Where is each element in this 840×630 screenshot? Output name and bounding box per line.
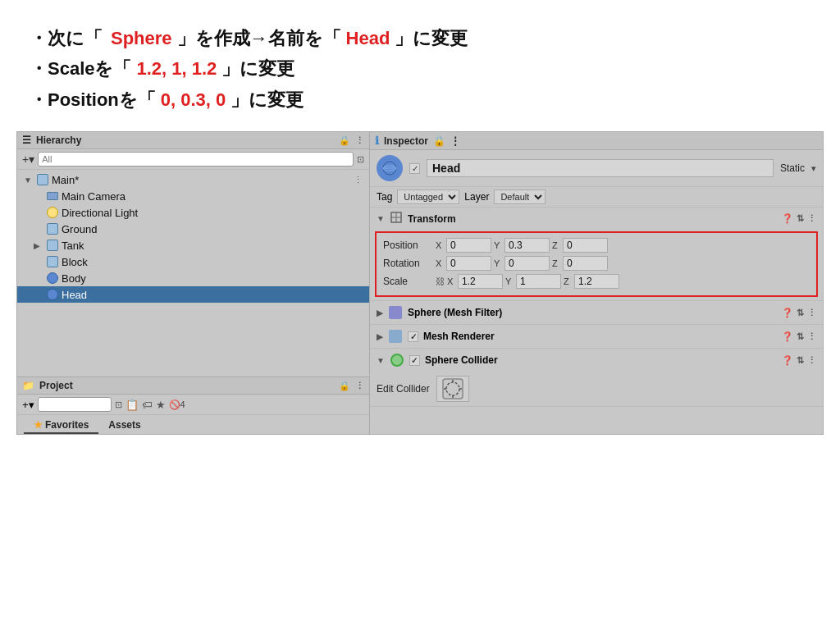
project-filter-count: 🚫4 [169, 399, 185, 410]
scale-z-input[interactable] [574, 274, 619, 289]
layer-label: Layer [464, 191, 489, 203]
collider-content: Edit Collider [370, 372, 823, 406]
sphere-collider-header[interactable]: ▼ ✓ Sphere Collider ❓ ⇅ ⋮ [370, 349, 823, 372]
rotation-x-input[interactable] [446, 256, 491, 271]
mesh-filter-arrow-icon: ▶ [377, 308, 383, 317]
hierarchy-icon-ground [46, 222, 59, 235]
mesh-filter-icon [388, 305, 403, 320]
hierarchy-icon-body [46, 272, 59, 285]
mesh-renderer-menu-icon[interactable]: ⋮ [807, 331, 816, 342]
sphere-collider-checkbox[interactable]: ✓ [409, 355, 420, 366]
hierarchy-label-light: Directional Light [62, 207, 363, 219]
transform-help-icon[interactable]: ❓ ⇅ ⋮ [782, 213, 816, 224]
instruction-line-3: ・Positionを「0, 0.3, 0」に変更 [30, 84, 810, 115]
hierarchy-item-head[interactable]: Head [17, 286, 369, 303]
sphere-collider-settings-icon[interactable]: ⇅ [797, 355, 804, 366]
hierarchy-add-button[interactable]: +▾ [22, 153, 34, 166]
tag-select[interactable]: Untagged [397, 189, 459, 204]
mesh-filter-settings-icon[interactable]: ⇅ [797, 308, 804, 318]
edit-collider-button[interactable] [436, 376, 469, 402]
position-x-input[interactable] [446, 238, 491, 253]
edit-collider-label: Edit Collider [377, 383, 430, 395]
hierarchy-item-body[interactable]: Body [17, 270, 369, 286]
layer-select[interactable]: Default [494, 189, 546, 204]
mesh-filter-name: Sphere (Mesh Filter) [408, 307, 777, 318]
favorites-star-icon: ★ [34, 419, 43, 431]
scale-link-icon: ⛓ [436, 276, 445, 286]
project-add-button[interactable]: +▾ [22, 399, 34, 411]
hierarchy-icon-tank [46, 239, 59, 252]
position-y-input[interactable] [504, 238, 550, 253]
position-z-input[interactable] [563, 238, 608, 253]
hierarchy-search-icon[interactable]: ⊡ [357, 154, 364, 165]
project-header: 📁 Project 🔒 ⋮ [17, 377, 369, 395]
scale-y-input[interactable] [516, 274, 561, 289]
inspector-lock-icon[interactable]: 🔒 [433, 135, 445, 147]
scale-axis-group: ⛓ X Y Z [436, 274, 810, 289]
rotation-z-input[interactable] [563, 256, 608, 271]
hierarchy-menu-icon[interactable]: ⋮ [355, 135, 364, 146]
position-axis-group: X Y Z [436, 238, 810, 253]
hierarchy-icon-head [46, 288, 59, 301]
hierarchy-item-light[interactable]: Directional Light [17, 204, 369, 221]
rotation-z-label: Z [552, 258, 560, 268]
project-folder-icon: 📁 [22, 380, 34, 391]
instructions-area: ・次に「Sphere」を作成→名前を「Head」に変更 ・Scaleを「1.2,… [0, 0, 840, 131]
static-label: Static [780, 162, 805, 174]
scale-z-label: Z [564, 276, 572, 286]
obj-active-checkbox[interactable]: ✓ [409, 163, 420, 174]
project-search-input[interactable] [38, 397, 112, 412]
project-search-icon[interactable]: ⊡ [115, 399, 122, 410]
static-dropdown[interactable]: ▾ [811, 163, 816, 174]
game-object-icon [377, 155, 403, 181]
project-lock-icon[interactable]: 🔒 [339, 381, 350, 391]
position-row: Position X Y Z [383, 236, 810, 254]
mesh-filter-actions: ❓ ⇅ ⋮ [782, 308, 816, 318]
hierarchy-search-input[interactable] [38, 152, 354, 167]
rotation-y-input[interactable] [504, 256, 550, 271]
hierarchy-item-camera[interactable]: Main Camera [17, 188, 369, 204]
hierarchy-item-tank[interactable]: ▶ Tank [17, 237, 369, 253]
hierarchy-label-ground: Ground [62, 223, 363, 235]
sphere-collider-menu-icon[interactable]: ⋮ [807, 355, 816, 366]
mesh-renderer-checkbox[interactable]: ✓ [408, 331, 418, 342]
project-tab-assets[interactable]: Assets [98, 418, 150, 434]
mesh-renderer-settings-icon[interactable]: ⇅ [797, 331, 804, 342]
project-tab-favorites[interactable]: ★Favorites [24, 418, 98, 434]
inspector-info-icon: ℹ [375, 135, 379, 147]
component-mesh-renderer[interactable]: ▶ ✓ Mesh Renderer ❓ ⇅ ⋮ [370, 325, 823, 349]
transform-section-header[interactable]: ▼ Transform ❓ ⇅ ⋮ [370, 208, 823, 230]
component-mesh-filter[interactable]: ▶ Sphere (Mesh Filter) ❓ ⇅ ⋮ [370, 301, 823, 325]
inspector-menu-icon[interactable]: ⋮ [450, 135, 460, 147]
mesh-renderer-icon [388, 329, 403, 344]
mesh-renderer-actions: ❓ ⇅ ⋮ [782, 331, 816, 342]
inspector-header: ℹ Inspector 🔒 ⋮ [370, 132, 823, 150]
project-asset-icon3: ★ [156, 399, 166, 411]
sphere-collider-icon [390, 353, 404, 368]
hierarchy-item-block[interactable]: Block [17, 253, 369, 270]
mesh-filter-help-icon[interactable]: ❓ [782, 308, 793, 318]
position-z-label: Z [552, 240, 560, 250]
settings-icon[interactable]: ⇅ [797, 213, 804, 224]
scale-label: Scale [383, 276, 432, 287]
project-menu-icon[interactable]: ⋮ [355, 381, 364, 391]
tag-layer-row: Tag Untagged Layer Default [370, 187, 823, 208]
rotation-y-label: Y [494, 258, 502, 268]
hierarchy-item-menu-icon[interactable]: ⋮ [354, 175, 363, 185]
hierarchy-lines-icon: ☰ [22, 135, 31, 146]
project-panel: 📁 Project 🔒 ⋮ +▾ ⊡ 📋 🏷 ★ 🚫4 ★Favorites [17, 377, 369, 434]
scale-x-input[interactable] [458, 274, 503, 289]
hierarchy-item-ground[interactable]: Ground [17, 221, 369, 237]
help-icon[interactable]: ❓ [782, 213, 793, 224]
scale-x-label: X [447, 276, 455, 286]
component-sphere-collider: ▼ ✓ Sphere Collider ❓ ⇅ ⋮ Edit Collider [370, 349, 823, 407]
obj-name-input[interactable] [427, 159, 774, 177]
hierarchy-item-main[interactable]: ▼ Main* ⋮ [17, 171, 369, 188]
hierarchy-lock-icon[interactable]: 🔒 [339, 135, 350, 146]
rotation-row: Rotation X Y Z [383, 254, 810, 272]
mesh-filter-menu-icon[interactable]: ⋮ [807, 308, 816, 318]
sphere-collider-help-icon[interactable]: ❓ [782, 355, 793, 366]
mesh-renderer-help-icon[interactable]: ❓ [782, 331, 793, 342]
scale-y-label: Y [505, 276, 514, 286]
transform-menu-icon[interactable]: ⋮ [807, 213, 816, 224]
